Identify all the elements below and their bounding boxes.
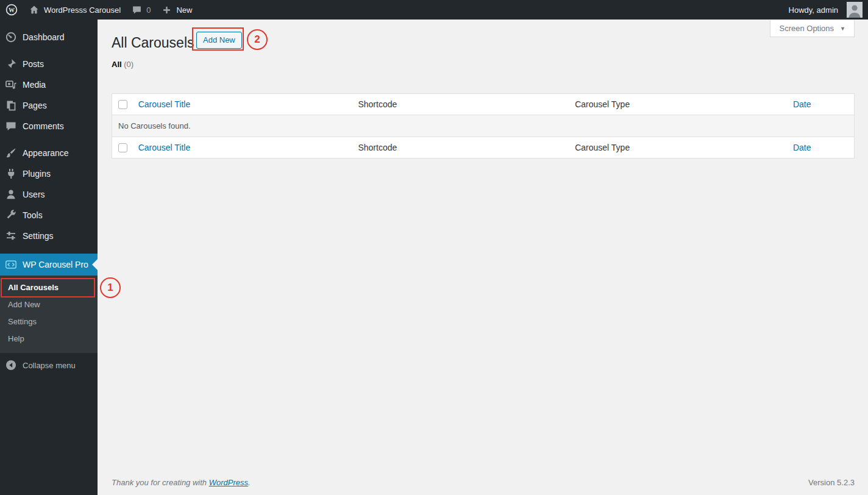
footer-thanks-suffix: .	[248, 478, 251, 487]
submenu-item-label: Settings	[8, 317, 37, 326]
sidebar-item-label: Posts	[23, 59, 44, 69]
sidebar-item-media[interactable]: Media	[0, 74, 98, 95]
column-footer-carousel-type: Carousel Type	[575, 143, 630, 152]
sliders-icon	[5, 230, 17, 242]
submenu-item-add-new[interactable]: Add New	[0, 296, 98, 313]
footer-thanks-text: Thank you for creating with WordPress.	[112, 478, 251, 487]
chevron-down-icon: ▼	[840, 26, 845, 32]
plus-icon	[162, 5, 172, 15]
screen-options-button[interactable]: Screen Options ▼	[770, 20, 855, 37]
new-label: New	[176, 5, 192, 15]
sidebar-item-posts[interactable]: Posts	[0, 54, 98, 74]
column-header-carousel-type: Carousel Type	[575, 99, 630, 109]
carousel-icon	[5, 258, 17, 271]
media-camera-icon	[5, 79, 17, 91]
sidebar-item-label: Pages	[23, 101, 47, 110]
wordpress-logo-menu[interactable]: W	[0, 0, 23, 20]
dashboard-gauge-icon	[5, 31, 17, 43]
home-icon	[29, 4, 40, 15]
carousels-list-table: Carousel Title Shortcode Carousel Type D…	[112, 93, 855, 158]
howdy-account-menu[interactable]: Howdy, admin	[783, 0, 868, 20]
collapse-arrow-icon	[5, 359, 17, 371]
sidebar-item-wp-carousel-pro[interactable]: WP Carousel Pro	[0, 254, 98, 276]
pushpin-icon	[5, 58, 17, 70]
pages-icon	[5, 99, 17, 112]
submenu-item-help[interactable]: Help	[0, 330, 98, 347]
menu-separator	[0, 48, 98, 54]
submenu-item-all-carousels[interactable]: All Carousels	[0, 279, 98, 296]
collapse-menu-button[interactable]: Collapse menu	[0, 355, 98, 376]
footer-version-text: Version 5.2.3	[808, 478, 855, 487]
screen-options-label: Screen Options	[779, 24, 834, 33]
sidebar-item-dashboard[interactable]: Dashboard	[0, 27, 98, 48]
site-name-label: WordPresss Carousel	[44, 5, 121, 15]
sidebar-item-label: Users	[23, 190, 45, 199]
sidebar-item-label: WP Carousel Pro	[23, 260, 88, 269]
main-content: Screen Options ▼ All Carousels Add New A…	[98, 20, 868, 495]
table-footer-row: Carousel Title Shortcode Carousel Type D…	[112, 137, 855, 158]
footer-thanks-prefix: Thank you for creating with	[112, 478, 209, 487]
add-new-button[interactable]: Add New	[196, 32, 242, 49]
sidebar-item-label: Appearance	[23, 148, 69, 158]
column-footer-shortcode: Shortcode	[358, 143, 397, 152]
comment-bubble-icon	[5, 120, 17, 132]
select-all-checkbox[interactable]	[118, 100, 127, 109]
filter-all-link[interactable]: All (0)	[112, 60, 133, 69]
sidebar-item-tools[interactable]: Tools	[0, 205, 98, 226]
filter-all-label: All	[112, 60, 122, 69]
wp-carousel-submenu: All Carousels Add New Settings Help	[0, 276, 98, 353]
sidebar-item-pages[interactable]: Pages	[0, 95, 98, 116]
collapse-menu-label: Collapse menu	[23, 361, 76, 370]
sidebar-item-label: Settings	[23, 231, 54, 241]
sidebar-item-appearance[interactable]: Appearance	[0, 143, 98, 163]
column-header-shortcode: Shortcode	[358, 99, 397, 109]
menu-separator	[0, 246, 98, 254]
sidebar-item-label: Tools	[23, 210, 43, 220]
admin-sidebar: Dashboard Posts Media Pages	[0, 20, 98, 495]
table-empty-row: No Carousels found.	[112, 115, 855, 137]
sidebar-item-label: Plugins	[23, 169, 51, 179]
wrench-icon	[5, 209, 17, 221]
user-icon	[5, 188, 17, 201]
submenu-item-label: All Carousels	[8, 283, 59, 292]
paintbrush-icon	[5, 147, 17, 159]
sidebar-item-label: Comments	[23, 121, 64, 131]
column-header-date[interactable]: Date	[793, 99, 811, 109]
sidebar-item-settings[interactable]: Settings	[0, 226, 98, 246]
new-content-menu[interactable]: New	[156, 0, 197, 20]
sidebar-item-users[interactable]: Users	[0, 184, 98, 205]
sidebar-item-comments[interactable]: Comments	[0, 116, 98, 137]
sidebar-item-label: Media	[23, 80, 46, 90]
howdy-label: Howdy, admin	[789, 5, 838, 15]
table-header-row: Carousel Title Shortcode Carousel Type D…	[112, 94, 855, 115]
wordpress-footer-link[interactable]: WordPress	[209, 478, 248, 487]
column-footer-date[interactable]: Date	[793, 143, 811, 152]
wordpress-logo-icon: W	[5, 4, 18, 16]
sidebar-item-label: Dashboard	[23, 32, 65, 42]
sidebar-item-plugins[interactable]: Plugins	[0, 163, 98, 184]
site-name-link[interactable]: WordPresss Carousel	[23, 0, 126, 20]
column-header-carousel-title[interactable]: Carousel Title	[138, 99, 191, 109]
menu-separator	[0, 137, 98, 143]
filter-all-count: (0)	[124, 60, 133, 69]
submenu-item-label: Help	[8, 334, 24, 343]
comments-count-badge: 0	[146, 5, 151, 15]
plug-icon	[5, 168, 17, 180]
comment-bubble-icon	[132, 5, 142, 15]
page-title: All Carousels	[112, 34, 194, 52]
svg-text:W: W	[9, 7, 15, 13]
filter-links: All (0)	[112, 60, 133, 69]
submenu-item-settings[interactable]: Settings	[0, 313, 98, 330]
avatar	[847, 2, 863, 18]
column-footer-carousel-title[interactable]: Carousel Title	[138, 143, 191, 152]
no-items-message: No Carousels found.	[112, 115, 855, 137]
admin-bar: W WordPresss Carousel 0 New Howdy, admin	[0, 0, 868, 20]
submenu-item-label: Add New	[8, 300, 40, 309]
select-all-checkbox-bottom[interactable]	[118, 143, 127, 152]
comments-admin-bar-link[interactable]: 0	[126, 0, 156, 20]
